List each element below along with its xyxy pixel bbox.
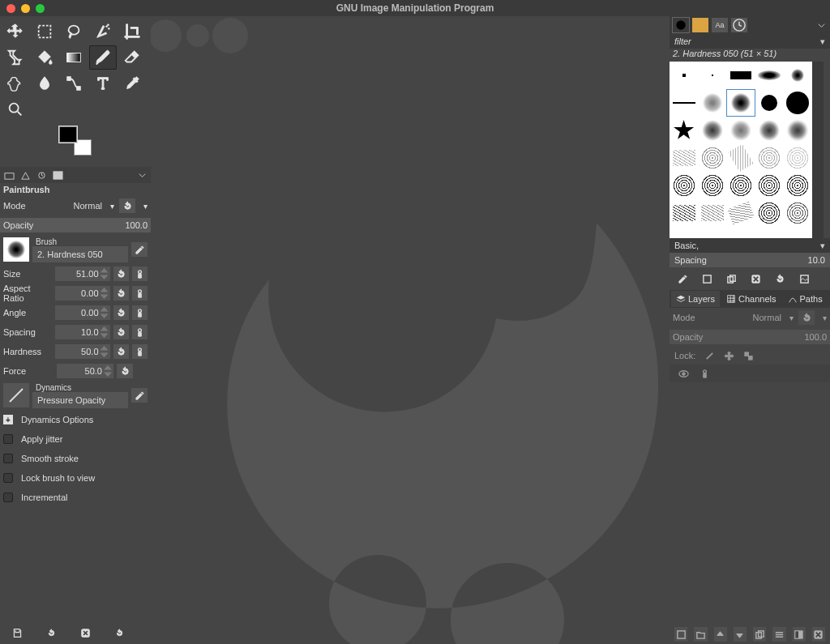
gradient-tool[interactable]: [60, 45, 88, 70]
brush-item[interactable]: [784, 89, 812, 117]
brushes-tab[interactable]: [673, 18, 689, 32]
dynamics-preview[interactable]: [3, 383, 29, 407]
brush-item[interactable]: [755, 117, 784, 144]
expand-icon[interactable]: +: [3, 415, 13, 424]
smooth-stroke-label[interactable]: Smooth stroke: [21, 454, 79, 463]
smudge-tool[interactable]: [31, 71, 58, 96]
layer-mode-value[interactable]: Normal: [753, 313, 781, 322]
move-tool[interactable]: [2, 19, 29, 44]
free-select-tool[interactable]: [60, 19, 88, 44]
tab-paths[interactable]: Paths: [783, 291, 828, 307]
link-aspect-button[interactable]: [132, 286, 148, 301]
brush-preset-select[interactable]: Basic,: [670, 238, 830, 253]
clone-tool[interactable]: [2, 71, 29, 96]
images-tab-icon[interactable]: [52, 169, 63, 181]
brush-scrollbar[interactable]: [812, 62, 824, 238]
new-layer-button[interactable]: [674, 627, 687, 642]
reset-layer-mode-button[interactable]: [798, 310, 815, 325]
reset-spacing-button[interactable]: [113, 325, 129, 339]
mask-layer-button[interactable]: [793, 627, 806, 642]
link-spacing-button[interactable]: [132, 325, 148, 339]
raise-layer-button[interactable]: [714, 627, 727, 642]
delete-preset-button[interactable]: [76, 624, 94, 642]
incremental-label[interactable]: Incremental: [21, 493, 67, 502]
layer-opacity-slider[interactable]: Opacity 100.0: [670, 330, 830, 344]
paths-tool[interactable]: [60, 71, 88, 96]
link-angle-button[interactable]: [132, 305, 148, 320]
brush-item[interactable]: [698, 117, 726, 144]
hardness-input[interactable]: 50.0: [55, 344, 110, 359]
link-hardness-button[interactable]: [132, 344, 148, 359]
brush-item[interactable]: [755, 199, 784, 227]
link-size-button[interactable]: [132, 267, 148, 281]
layer-list[interactable]: [670, 382, 830, 625]
reset-angle-button[interactable]: [113, 305, 129, 320]
spacing-input[interactable]: 10.0: [55, 325, 110, 339]
brush-item[interactable]: [726, 117, 755, 144]
checkbox[interactable]: [3, 454, 13, 463]
reset-force-button[interactable]: [117, 364, 133, 378]
delete-layer-button[interactable]: [812, 627, 825, 642]
edit-dynamics-button[interactable]: [131, 388, 148, 403]
brush-item[interactable]: [784, 172, 812, 199]
eye-icon[interactable]: [678, 368, 689, 379]
dynamics-options-label[interactable]: Dynamics Options: [21, 415, 93, 424]
document-history-tab[interactable]: [731, 18, 747, 32]
checkbox[interactable]: [3, 493, 13, 502]
edit-brush-button[interactable]: [131, 242, 148, 257]
apply-jitter-label[interactable]: Apply jitter: [21, 434, 62, 444]
lock-alpha-icon[interactable]: [742, 350, 754, 361]
reset-mode-button[interactable]: [119, 198, 135, 213]
unified-transform-tool[interactable]: [2, 45, 29, 70]
new-group-button[interactable]: [694, 627, 707, 642]
color-swatches[interactable]: [59, 126, 92, 156]
brush-item[interactable]: [670, 144, 698, 172]
save-preset-button[interactable]: [8, 624, 26, 642]
tab-channels[interactable]: Channels: [721, 291, 781, 307]
delete-brush-button[interactable]: [747, 271, 764, 287]
checkbox[interactable]: [3, 434, 13, 444]
chevron-down-icon[interactable]: ▾: [823, 313, 827, 322]
brush-preview[interactable]: [3, 237, 29, 262]
reset-hardness-button[interactable]: [113, 344, 129, 359]
tab-menu-icon[interactable]: [815, 19, 827, 31]
brush-item[interactable]: [698, 144, 726, 172]
duplicate-brush-button[interactable]: [723, 271, 739, 287]
duplicate-layer-button[interactable]: [753, 627, 766, 642]
checkbox[interactable]: [3, 473, 13, 483]
brush-item[interactable]: [726, 62, 755, 89]
reset-aspect-button[interactable]: [113, 286, 129, 301]
edit-brush-button[interactable]: [674, 271, 691, 287]
force-input[interactable]: 50.0: [57, 364, 113, 378]
brush-item[interactable]: [784, 117, 812, 144]
canvas-area[interactable]: [151, 16, 670, 644]
text-tool[interactable]: [89, 71, 117, 96]
merge-layer-button[interactable]: [772, 627, 785, 642]
brush-item[interactable]: [670, 172, 698, 199]
brush-item[interactable]: [784, 62, 812, 89]
device-status-tab-icon[interactable]: [19, 169, 31, 181]
new-brush-button[interactable]: [699, 271, 715, 287]
rect-select-tool[interactable]: [31, 19, 58, 44]
mode-value[interactable]: Normal: [74, 201, 102, 211]
link-icon[interactable]: [699, 368, 710, 379]
fuzzy-select-tool[interactable]: [89, 19, 117, 44]
foreground-color-swatch[interactable]: [59, 126, 77, 143]
open-as-image-button[interactable]: [796, 271, 812, 287]
tool-options-tab-icon[interactable]: [3, 169, 15, 181]
brush-item[interactable]: [698, 172, 726, 199]
eraser-tool[interactable]: [118, 45, 146, 70]
brush-item[interactable]: [670, 117, 698, 144]
brush-item[interactable]: [698, 62, 726, 89]
brush-item[interactable]: [670, 199, 698, 227]
chevron-down-icon[interactable]: ▾: [110, 202, 114, 211]
brush-item[interactable]: [726, 199, 755, 227]
brush-spacing-slider[interactable]: Spacing 10.0: [670, 253, 830, 267]
lock-brush-label[interactable]: Lock brush to view: [21, 473, 95, 483]
bucket-fill-tool[interactable]: [31, 45, 58, 70]
brush-item[interactable]: [755, 89, 784, 117]
lock-pixels-icon[interactable]: [704, 350, 715, 361]
reset-preset-button[interactable]: [110, 624, 128, 642]
fonts-tab[interactable]: Aa: [712, 18, 728, 32]
tab-layers[interactable]: Layers: [671, 291, 720, 307]
